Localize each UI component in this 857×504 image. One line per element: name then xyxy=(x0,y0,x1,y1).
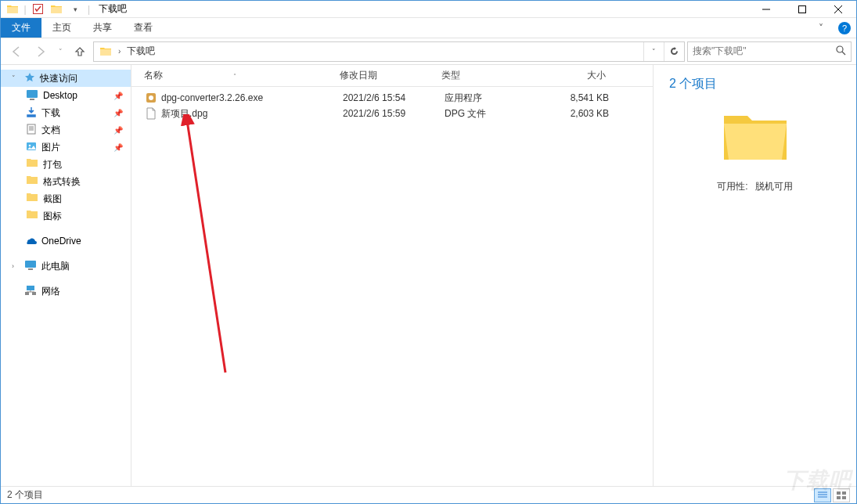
file-row[interactable]: 新项目.dpg 2021/2/6 15:59 DPG 文件 2,603 KB xyxy=(131,106,653,121)
svg-rect-0 xyxy=(7,7,18,13)
file-name: dpg-converter3.2.26.exe xyxy=(161,92,343,103)
folder-icon xyxy=(26,175,38,188)
svg-rect-10 xyxy=(27,90,38,98)
sidebar-item-folder[interactable]: 打包 xyxy=(1,156,131,173)
expand-icon[interactable]: › xyxy=(12,262,20,270)
preview-status: 可用性: 脱机可用 xyxy=(669,180,841,193)
sidebar-item-label: Desktop xyxy=(43,90,77,101)
sidebar-onedrive[interactable]: › OneDrive xyxy=(1,232,131,250)
up-button[interactable] xyxy=(69,41,91,62)
star-icon xyxy=(24,72,35,85)
recent-dropdown-icon[interactable]: ˅ xyxy=(54,41,67,62)
sidebar-item-folder[interactable]: 格式转换 xyxy=(1,173,131,190)
column-date[interactable]: 修改日期 xyxy=(340,69,441,82)
network-icon xyxy=(24,285,37,298)
nav-bar: ˅ › 下载吧 ˅ 搜索"下载吧" xyxy=(1,38,856,65)
sidebar-item-desktop[interactable]: Desktop 📌 xyxy=(1,87,131,104)
qat-separator: | xyxy=(23,2,27,17)
svg-point-17 xyxy=(29,144,31,146)
window-title: 下载吧 xyxy=(99,2,127,16)
pin-icon: 📌 xyxy=(113,143,123,152)
sidebar-item-label: 下载 xyxy=(41,106,60,120)
sidebar-quick-access[interactable]: ˅ 快速访问 xyxy=(1,70,131,87)
thispc-icon xyxy=(24,260,37,273)
documents-icon xyxy=(26,124,37,137)
sidebar-thispc[interactable]: › 此电脑 xyxy=(1,257,131,275)
forward-button[interactable] xyxy=(30,41,52,62)
file-row[interactable]: dpg-converter3.2.26.exe 2021/2/6 15:54 应… xyxy=(131,90,653,106)
refresh-button[interactable] xyxy=(664,42,684,61)
tab-view[interactable]: 查看 xyxy=(123,18,164,38)
sidebar-item-pictures[interactable]: 图片 📌 xyxy=(1,139,131,156)
qat-checkbox-icon[interactable] xyxy=(29,2,46,17)
qat-folder-icon[interactable] xyxy=(48,2,65,17)
expand-icon[interactable]: ˅ xyxy=(12,74,20,82)
svg-rect-2 xyxy=(51,7,62,13)
help-icon: ? xyxy=(838,22,851,34)
sidebar-item-folder[interactable]: 截图 xyxy=(1,190,131,207)
preview-pane: 2 个项目 可用性: 脱机可用 xyxy=(653,65,856,488)
sidebar-item-documents[interactable]: 文档 📌 xyxy=(1,121,131,139)
search-icon[interactable] xyxy=(835,45,846,58)
column-name[interactable]: 名称˄ xyxy=(144,69,340,82)
sidebar-item-label: 截图 xyxy=(43,193,62,206)
sidebar-item-label: 文档 xyxy=(41,124,60,137)
file-size: 8,541 KB xyxy=(538,92,625,103)
search-placeholder: 搜索"下载吧" xyxy=(693,45,747,58)
pin-icon: 📌 xyxy=(113,92,123,100)
svg-rect-7 xyxy=(100,49,111,56)
svg-rect-20 xyxy=(27,286,34,290)
search-input[interactable]: 搜索"下载吧" xyxy=(687,41,852,62)
chevron-right-icon[interactable]: › xyxy=(114,47,124,56)
pin-icon: 📌 xyxy=(113,126,123,135)
window-controls xyxy=(748,1,856,18)
sidebar-item-label: 格式转换 xyxy=(43,175,81,189)
close-button[interactable] xyxy=(820,1,856,18)
minimize-button[interactable] xyxy=(748,1,784,18)
maximize-button[interactable] xyxy=(784,1,820,18)
svg-point-26 xyxy=(149,95,153,100)
folder-icon xyxy=(26,210,38,222)
back-button[interactable] xyxy=(5,41,27,62)
file-name: 新项目.dpg xyxy=(161,107,343,121)
sidebar-item-label: OneDrive xyxy=(41,236,81,247)
annotation-arrow xyxy=(175,114,237,380)
file-type: DPG 文件 xyxy=(445,107,538,121)
sort-indicator-icon: ˄ xyxy=(233,73,236,80)
svg-rect-4 xyxy=(799,5,806,13)
svg-rect-12 xyxy=(27,124,35,134)
svg-line-9 xyxy=(842,52,845,55)
file-list[interactable]: dpg-converter3.2.26.exe 2021/2/6 15:54 应… xyxy=(131,87,653,488)
folder-icon xyxy=(26,158,38,171)
sidebar-item-folder[interactable]: 图标 xyxy=(1,207,131,225)
svg-rect-21 xyxy=(25,292,29,295)
title-bar: | ▾ | 下载吧 xyxy=(1,1,856,18)
downloads-icon xyxy=(26,106,37,120)
ribbon-collapse-icon[interactable]: ˅ xyxy=(809,18,833,38)
status-value: 脱机可用 xyxy=(755,181,793,192)
exe-icon xyxy=(144,92,158,104)
address-segment[interactable]: 下载吧 xyxy=(124,45,157,58)
address-bar[interactable]: › 下载吧 ˅ xyxy=(93,41,685,62)
file-icon xyxy=(144,107,158,120)
address-dropdown-icon[interactable]: ˅ xyxy=(643,42,664,61)
sidebar-item-downloads[interactable]: 下载 📌 xyxy=(1,104,131,121)
qat-dropdown-icon[interactable]: ▾ xyxy=(67,2,84,17)
svg-rect-33 xyxy=(837,496,841,499)
expand-icon[interactable]: › xyxy=(12,237,20,245)
svg-rect-18 xyxy=(25,261,36,268)
column-size[interactable]: 大小 xyxy=(535,69,621,82)
expand-icon[interactable]: › xyxy=(12,287,20,295)
file-tab[interactable]: 文件 xyxy=(1,18,41,38)
column-type[interactable]: 类型 xyxy=(441,69,535,82)
tab-share[interactable]: 共享 xyxy=(82,18,123,38)
main-area: ˅ 快速访问 Desktop 📌 下载 📌 文档 📌 图片 📌 打包 xyxy=(1,65,856,488)
sidebar: ˅ 快速访问 Desktop 📌 下载 📌 文档 📌 图片 📌 打包 xyxy=(1,65,131,488)
tab-home[interactable]: 主页 xyxy=(41,18,82,38)
help-button[interactable]: ? xyxy=(833,18,856,38)
sidebar-item-label: 此电脑 xyxy=(41,260,70,273)
svg-line-27 xyxy=(187,121,225,373)
sidebar-network[interactable]: › 网络 xyxy=(1,283,131,300)
folder-icon xyxy=(26,193,38,205)
sidebar-item-label: 快速访问 xyxy=(40,72,77,85)
